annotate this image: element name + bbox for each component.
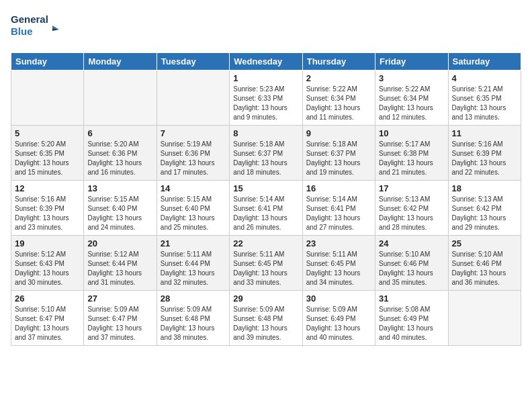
calendar-cell: 24Sunrise: 5:10 AMSunset: 6:46 PMDayligh… [375, 236, 448, 291]
calendar-cell: 30Sunrise: 5:09 AMSunset: 6:49 PMDayligh… [302, 291, 375, 346]
day-info: Sunrise: 5:10 AMSunset: 6:46 PMDaylight:… [379, 250, 444, 287]
calendar-cell: 2Sunrise: 5:22 AMSunset: 6:34 PMDaylight… [302, 71, 375, 126]
calendar-week-row: 19Sunrise: 5:12 AMSunset: 6:43 PMDayligh… [11, 236, 521, 291]
day-info: Sunrise: 5:09 AMSunset: 6:48 PMDaylight:… [161, 305, 226, 342]
calendar-cell: 11Sunrise: 5:16 AMSunset: 6:39 PMDayligh… [448, 126, 521, 181]
svg-text:General: General [11, 13, 48, 25]
day-number: 2 [306, 73, 371, 83]
day-info: Sunrise: 5:15 AMSunset: 6:40 PMDaylight:… [161, 195, 226, 232]
day-number: 31 [379, 293, 444, 304]
calendar-table: SundayMondayTuesdayWednesdayThursdayFrid… [11, 52, 521, 346]
day-number: 16 [306, 183, 371, 193]
day-info: Sunrise: 5:11 AMSunset: 6:45 PMDaylight:… [306, 250, 371, 287]
day-number: 10 [379, 128, 444, 138]
calendar-week-row: 26Sunrise: 5:10 AMSunset: 6:47 PMDayligh… [11, 291, 521, 346]
day-number: 11 [452, 128, 517, 138]
day-info: Sunrise: 5:13 AMSunset: 6:42 PMDaylight:… [379, 195, 444, 232]
day-info: Sunrise: 5:18 AMSunset: 6:37 PMDaylight:… [233, 140, 298, 177]
calendar-cell: 31Sunrise: 5:08 AMSunset: 6:49 PMDayligh… [375, 291, 448, 346]
calendar-week-row: 1Sunrise: 5:23 AMSunset: 6:33 PMDaylight… [11, 71, 521, 126]
calendar-cell: 10Sunrise: 5:17 AMSunset: 6:38 PMDayligh… [375, 126, 448, 181]
calendar-cell: 7Sunrise: 5:19 AMSunset: 6:36 PMDaylight… [157, 126, 229, 181]
day-number: 6 [87, 128, 152, 138]
calendar-cell: 25Sunrise: 5:10 AMSunset: 6:46 PMDayligh… [448, 236, 521, 291]
calendar-cell: 20Sunrise: 5:12 AMSunset: 6:44 PMDayligh… [84, 236, 157, 291]
weekday-header-sunday: Sunday [11, 53, 84, 71]
day-info: Sunrise: 5:09 AMSunset: 6:48 PMDaylight:… [233, 305, 298, 342]
calendar-cell [84, 71, 157, 126]
calendar-cell [11, 71, 84, 126]
calendar-cell: 9Sunrise: 5:18 AMSunset: 6:37 PMDaylight… [302, 126, 375, 181]
day-number: 1 [233, 73, 298, 83]
weekday-header-saturday: Saturday [448, 53, 521, 71]
logo: General Blue [11, 11, 64, 44]
day-number: 9 [306, 128, 371, 138]
day-info: Sunrise: 5:20 AMSunset: 6:36 PMDaylight:… [87, 140, 152, 177]
weekday-header-wednesday: Wednesday [230, 53, 302, 71]
calendar-cell: 26Sunrise: 5:10 AMSunset: 6:47 PMDayligh… [11, 291, 84, 346]
day-info: Sunrise: 5:18 AMSunset: 6:37 PMDaylight:… [306, 140, 371, 177]
day-number: 21 [161, 238, 226, 248]
weekday-header-friday: Friday [375, 53, 448, 71]
calendar-cell: 6Sunrise: 5:20 AMSunset: 6:36 PMDaylight… [84, 126, 157, 181]
day-info: Sunrise: 5:11 AMSunset: 6:44 PMDaylight:… [161, 250, 226, 287]
day-number: 17 [379, 183, 444, 193]
page-header: General Blue [11, 11, 521, 44]
day-number: 24 [379, 238, 444, 248]
day-number: 23 [306, 238, 371, 248]
day-info: Sunrise: 5:21 AMSunset: 6:35 PMDaylight:… [452, 85, 517, 122]
calendar-cell: 14Sunrise: 5:15 AMSunset: 6:40 PMDayligh… [157, 181, 229, 236]
calendar-cell: 1Sunrise: 5:23 AMSunset: 6:33 PMDaylight… [230, 71, 302, 126]
day-number: 19 [15, 238, 80, 248]
day-number: 8 [233, 128, 298, 138]
day-number: 5 [15, 128, 80, 138]
day-number: 26 [15, 293, 80, 304]
weekday-header-monday: Monday [84, 53, 157, 71]
weekday-header-row: SundayMondayTuesdayWednesdayThursdayFrid… [11, 53, 521, 71]
day-number: 30 [306, 293, 371, 304]
day-number: 18 [452, 183, 517, 193]
day-info: Sunrise: 5:12 AMSunset: 6:43 PMDaylight:… [15, 250, 80, 287]
day-info: Sunrise: 5:09 AMSunset: 6:47 PMDaylight:… [87, 305, 152, 342]
calendar-cell: 3Sunrise: 5:22 AMSunset: 6:34 PMDaylight… [375, 71, 448, 126]
weekday-header-tuesday: Tuesday [157, 53, 229, 71]
calendar-week-row: 12Sunrise: 5:16 AMSunset: 6:39 PMDayligh… [11, 181, 521, 236]
calendar-cell: 15Sunrise: 5:14 AMSunset: 6:41 PMDayligh… [230, 181, 302, 236]
day-info: Sunrise: 5:15 AMSunset: 6:40 PMDaylight:… [87, 195, 152, 232]
day-number: 20 [87, 238, 152, 248]
day-info: Sunrise: 5:08 AMSunset: 6:49 PMDaylight:… [379, 305, 444, 342]
calendar-cell: 19Sunrise: 5:12 AMSunset: 6:43 PMDayligh… [11, 236, 84, 291]
day-info: Sunrise: 5:22 AMSunset: 6:34 PMDaylight:… [306, 85, 371, 122]
calendar-cell: 23Sunrise: 5:11 AMSunset: 6:45 PMDayligh… [302, 236, 375, 291]
calendar-cell: 29Sunrise: 5:09 AMSunset: 6:48 PMDayligh… [230, 291, 302, 346]
calendar-cell: 16Sunrise: 5:14 AMSunset: 6:41 PMDayligh… [302, 181, 375, 236]
calendar-week-row: 5Sunrise: 5:20 AMSunset: 6:35 PMDaylight… [11, 126, 521, 181]
day-info: Sunrise: 5:09 AMSunset: 6:49 PMDaylight:… [306, 305, 371, 342]
day-number: 3 [379, 73, 444, 83]
calendar-cell [448, 291, 521, 346]
day-number: 27 [87, 293, 152, 304]
day-info: Sunrise: 5:16 AMSunset: 6:39 PMDaylight:… [15, 195, 80, 232]
day-number: 7 [161, 128, 226, 138]
day-info: Sunrise: 5:14 AMSunset: 6:41 PMDaylight:… [306, 195, 371, 232]
calendar-cell: 18Sunrise: 5:13 AMSunset: 6:42 PMDayligh… [448, 181, 521, 236]
day-number: 12 [15, 183, 80, 193]
day-info: Sunrise: 5:23 AMSunset: 6:33 PMDaylight:… [233, 85, 298, 122]
calendar-header: SundayMondayTuesdayWednesdayThursdayFrid… [11, 53, 521, 71]
day-number: 22 [233, 238, 298, 248]
calendar-cell: 4Sunrise: 5:21 AMSunset: 6:35 PMDaylight… [448, 71, 521, 126]
day-number: 25 [452, 238, 517, 248]
logo-svg: General Blue [11, 11, 64, 44]
day-info: Sunrise: 5:17 AMSunset: 6:38 PMDaylight:… [379, 140, 444, 177]
day-info: Sunrise: 5:12 AMSunset: 6:44 PMDaylight:… [87, 250, 152, 287]
calendar-cell: 8Sunrise: 5:18 AMSunset: 6:37 PMDaylight… [230, 126, 302, 181]
svg-text:Blue: Blue [11, 26, 33, 37]
day-info: Sunrise: 5:10 AMSunset: 6:46 PMDaylight:… [452, 250, 517, 287]
day-number: 29 [233, 293, 298, 304]
calendar-cell: 17Sunrise: 5:13 AMSunset: 6:42 PMDayligh… [375, 181, 448, 236]
weekday-header-thursday: Thursday [302, 53, 375, 71]
day-number: 28 [161, 293, 226, 304]
calendar-cell: 5Sunrise: 5:20 AMSunset: 6:35 PMDaylight… [11, 126, 84, 181]
day-number: 15 [233, 183, 298, 193]
day-info: Sunrise: 5:22 AMSunset: 6:34 PMDaylight:… [379, 85, 444, 122]
